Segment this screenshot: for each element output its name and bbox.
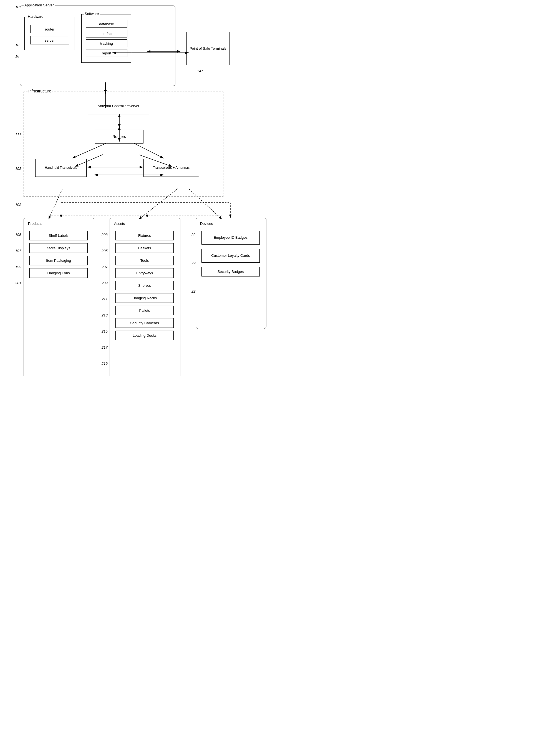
handheld-box: Handheld Tranceivers [35, 159, 86, 177]
sw-database-text: database [99, 22, 114, 26]
sw-tracking-text: tracking [100, 41, 113, 45]
store-displays-text: Store Displays [47, 246, 70, 250]
infra-label: Infrastructure [27, 89, 52, 93]
hardware-server-row: server [30, 36, 69, 44]
baskets-text: Baskets [138, 246, 151, 250]
pallets-row: Pallets [116, 305, 174, 315]
pos-box: Point of Sale Terminals [186, 32, 229, 65]
loyalty-cards-text: Customer Loyalty Cards [211, 254, 250, 258]
employee-id-row: Employee ID Badges [201, 231, 260, 244]
tools-row: Tools [116, 256, 174, 265]
ref-195: 195 [15, 233, 21, 237]
antenna-controller-box: Antenna Controller/Server [88, 98, 149, 114]
routers-text: Routers [113, 134, 126, 139]
sw-database-row: database [86, 20, 127, 28]
routers-box: Routers [95, 130, 143, 143]
devices-container: Devices Employee ID Badges Customer Loya… [196, 218, 266, 329]
shelf-labels-text: Shelf Labels [48, 234, 68, 238]
transceivers-text: Transceivers + Antennas [153, 166, 189, 170]
ref-205: 205 [102, 249, 108, 253]
ref-197: 197 [15, 249, 21, 253]
ref-215: 215 [102, 329, 108, 333]
ref-209: 209 [102, 281, 108, 285]
loyalty-cards-row: Customer Loyalty Cards [201, 249, 260, 263]
ref-199: 199 [15, 265, 21, 269]
security-badges-row: Security Badges [201, 267, 260, 276]
hardware-box: Hardware router server [24, 17, 74, 50]
software-label: Software [84, 12, 100, 16]
security-cameras-row: Security Cameras [116, 318, 174, 328]
hardware-server-text: server [45, 38, 55, 42]
ref-213: 213 [102, 313, 108, 317]
shelf-labels-row: Shelf Labels [29, 231, 88, 240]
ref-111: 111 [15, 132, 21, 136]
hardware-router-text: router [45, 27, 54, 32]
ref-217: 217 [102, 345, 108, 350]
loading-docks-text: Loading Docks [133, 333, 157, 338]
handheld-text: Handheld Tranceivers [45, 166, 77, 170]
sw-report-text: report [102, 51, 111, 55]
products-title: Products [28, 221, 42, 226]
pos-text: Point of Sale Terminals [189, 46, 226, 51]
tools-text: Tools [140, 258, 149, 263]
loading-docks-row: Loading Docks [116, 331, 174, 340]
entryways-text: Entryways [136, 271, 153, 275]
antenna-controller-text: Antenna Controller/Server [98, 104, 139, 108]
shelves-row: Shelves [116, 281, 174, 290]
pallets-text: Pallets [139, 309, 150, 313]
app-server-box: Application Server Hardware router serve… [20, 5, 175, 86]
hanging-racks-row: Hanging Racks [116, 293, 174, 303]
item-packaging-row: Item Packaging [29, 256, 88, 265]
sw-report-row: report [86, 49, 127, 57]
diagram: 109 181 183 185 187 189 191 147 111 193 … [0, 0, 280, 376]
hanging-racks-text: Hanging Racks [132, 296, 157, 300]
ref-103: 103 [15, 203, 21, 207]
security-badges-text: Security Badges [218, 270, 244, 274]
sw-interface-text: interface [100, 32, 114, 36]
assets-container: Assets Fixtures Baskets Tools Entryways … [109, 218, 180, 376]
sw-tracking-row: tracking [86, 39, 127, 47]
products-container: Products Shelf Labels Store Displays Ite… [24, 218, 94, 376]
infra-box: Infrastructure Antenna Controller/Server… [24, 92, 223, 197]
ref-219: 219 [102, 361, 108, 365]
ref-201: 201 [15, 281, 21, 285]
entryways-row: Entryways [116, 268, 174, 278]
hanging-fobs-row: Hanging Fobs [29, 268, 88, 278]
transceivers-box: Transceivers + Antennas [143, 159, 199, 177]
app-server-label: Application Server [24, 3, 55, 7]
fixtures-text: Fixtures [138, 234, 151, 238]
security-cameras-text: Security Cameras [130, 321, 159, 325]
ref-203: 203 [102, 233, 108, 237]
devices-title: Devices [200, 221, 213, 226]
ref-193: 193 [15, 166, 21, 171]
shelves-text: Shelves [138, 283, 151, 288]
software-box: Software database interface tracking rep… [81, 14, 131, 63]
store-displays-row: Store Displays [29, 243, 88, 253]
hanging-fobs-text: Hanging Fobs [47, 271, 70, 275]
fixtures-row: Fixtures [116, 231, 174, 240]
hardware-router-row: router [30, 25, 69, 33]
ref-207: 207 [102, 265, 108, 269]
sw-interface-row: interface [86, 30, 127, 38]
hardware-label: Hardware [27, 15, 44, 19]
employee-id-text: Employee ID Badges [214, 235, 247, 240]
ref-147: 147 [197, 69, 203, 73]
item-packaging-text: Item Packaging [46, 258, 71, 263]
baskets-row: Baskets [116, 243, 174, 253]
ref-211: 211 [102, 297, 108, 301]
assets-title: Assets [114, 221, 125, 226]
